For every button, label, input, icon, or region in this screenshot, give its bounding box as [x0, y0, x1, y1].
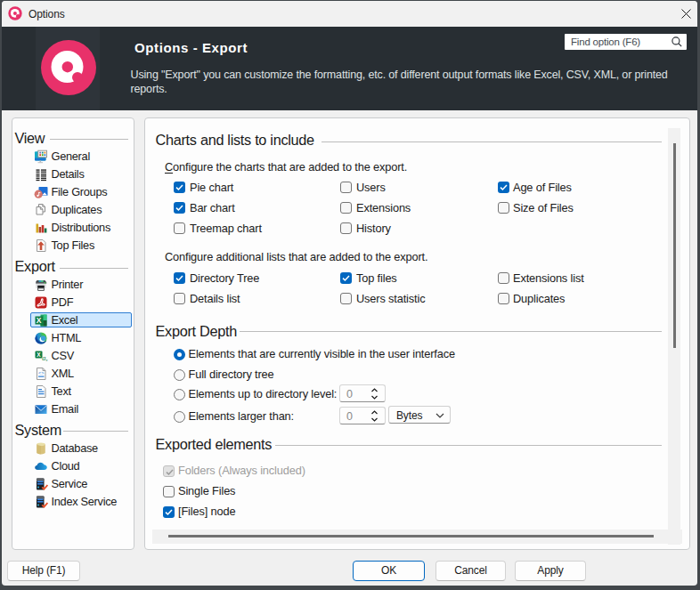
- svg-text:a,: a,: [42, 353, 47, 362]
- svg-text:<>: <>: [38, 370, 44, 376]
- svg-text:X: X: [37, 316, 42, 325]
- svg-text:X: X: [37, 352, 41, 358]
